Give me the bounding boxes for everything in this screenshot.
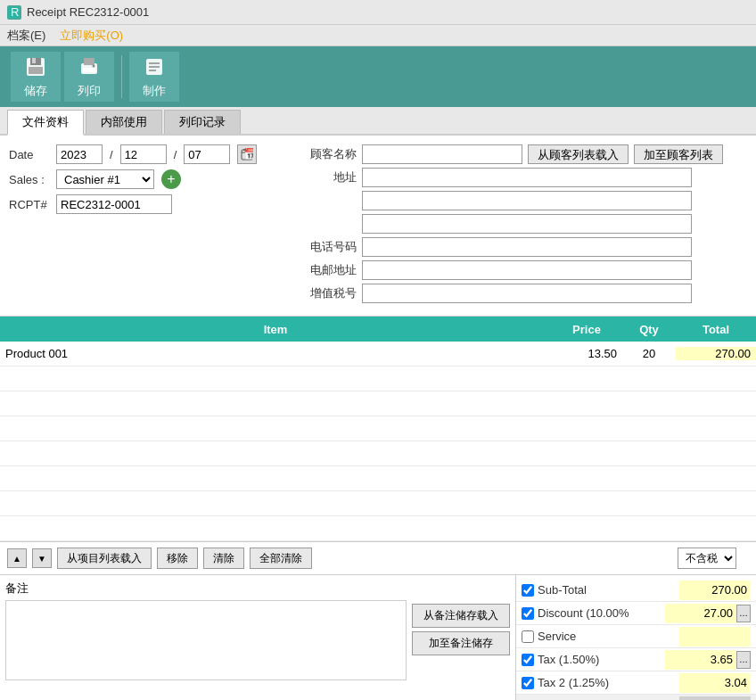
svg-text:R: R [11, 7, 19, 18]
grand-total-row: Grand Total 249.69 [516, 695, 756, 700]
sales-select[interactable]: Cashier #1 Cashier #2 [56, 169, 154, 189]
tax2-checkbox[interactable] [522, 677, 534, 689]
tax1-edit-button[interactable]: … [736, 651, 751, 669]
address-row-3 [303, 214, 747, 234]
table-row[interactable]: Product 001 13.50 20 270.00 [0, 342, 756, 366]
header-qty: Qty [622, 323, 676, 336]
notes-label: 备注 [5, 581, 510, 597]
customer-name-input[interactable] [362, 144, 522, 164]
subtotal-checkbox[interactable] [522, 584, 534, 597]
rcpt-input[interactable] [56, 194, 172, 214]
load-from-item-list-button[interactable]: 从项目列表载入 [57, 548, 152, 569]
notes-area: 备注 从备注储存载入 加至备注储存 [0, 575, 515, 700]
date-year-input[interactable] [56, 144, 103, 164]
sales-row: Sales : Cashier #1 Cashier #2 + [9, 169, 294, 189]
discount-label: Discount (10.00% [522, 606, 665, 620]
add-to-list-button[interactable]: 加至顾客列表 [634, 144, 723, 164]
svg-rect-8 [83, 68, 95, 72]
address-row-1: 地址 [303, 168, 747, 187]
tax2-row: Tax 2 (1.25%) 3.04 [516, 671, 756, 695]
toolbar: 储存 列印 制作 [0, 46, 756, 107]
header-total: Total [676, 323, 756, 336]
save-to-memo-button[interactable]: 加至备注储存 [412, 631, 510, 655]
table-row[interactable] [0, 441, 756, 466]
service-value [679, 627, 751, 646]
table-section: Item Price Qty Total Product 001 13.50 2… [0, 317, 756, 541]
tax2-value: 3.04 [679, 673, 751, 693]
grand-total-value: 249.69 [679, 696, 751, 701]
load-from-memo-button[interactable]: 从备注储存载入 [412, 604, 510, 628]
discount-checkbox[interactable] [522, 607, 534, 620]
clear-all-button[interactable]: 全部清除 [250, 548, 312, 569]
tax-id-input[interactable] [362, 284, 692, 303]
tax1-checkbox[interactable] [522, 654, 534, 666]
cell-qty: 20 [622, 347, 676, 360]
table-row[interactable] [0, 466, 756, 491]
table-row[interactable] [0, 516, 756, 541]
clear-button[interactable]: 清除 [203, 548, 244, 569]
cell-total: 270.00 [676, 347, 756, 360]
make-button[interactable]: 制作 [129, 52, 179, 102]
discount-edit-button[interactable]: … [736, 605, 751, 622]
address-input-3[interactable] [362, 214, 692, 234]
make-icon [142, 54, 167, 79]
date-month-input[interactable] [120, 144, 167, 164]
top-form-section: Date / / 📅 Sales : Cashier #1 Cashier #2… [0, 136, 756, 317]
phone-label: 电话号码 [303, 239, 357, 255]
add-sales-button[interactable]: + [161, 169, 181, 189]
notes-textarea[interactable] [5, 600, 407, 680]
nav-up-button[interactable]: ▲ [7, 548, 27, 568]
date-day-input[interactable] [184, 144, 230, 164]
left-form: Date / / 📅 Sales : Cashier #1 Cashier #2… [9, 144, 294, 307]
menu-bar: 档案(E) 立即购买(O) [0, 25, 756, 46]
table-row[interactable] [0, 391, 756, 416]
table-body: Product 001 13.50 20 270.00 [0, 342, 756, 541]
address-input-1[interactable] [362, 168, 692, 187]
svg-rect-4 [32, 58, 36, 63]
svg-text:📅: 📅 [243, 148, 253, 161]
email-label: 电邮地址 [303, 262, 357, 278]
tab-internal-use[interactable]: 内部使用 [86, 110, 162, 134]
service-label: Service [522, 630, 679, 643]
right-form-section: 顾客名称 从顾客列表载入 加至顾客列表 地址 电话号码 电邮地址 [294, 144, 747, 307]
email-input[interactable] [362, 260, 692, 280]
customer-name-row: 顾客名称 从顾客列表载入 加至顾客列表 [303, 144, 747, 164]
nav-down-button[interactable]: ▼ [32, 548, 52, 568]
tax2-label: Tax 2 (1.25%) [522, 676, 679, 689]
tab-print-log[interactable]: 列印记录 [164, 110, 241, 134]
table-row[interactable] [0, 416, 756, 441]
totals-panel: Sub-Total 270.00 Discount (10.00% 27.00 … [515, 575, 756, 700]
cell-item: Product 001 [0, 347, 551, 360]
subtotal-label: Sub-Total [522, 583, 679, 597]
save-icon [23, 54, 48, 79]
discount-row: Discount (10.00% 27.00 … [516, 602, 756, 625]
phone-input[interactable] [362, 237, 692, 257]
table-row[interactable] [0, 491, 756, 516]
load-from-list-button[interactable]: 从顾客列表载入 [528, 144, 629, 164]
subtotal-row: Sub-Total 270.00 [516, 579, 756, 602]
tax-type-select[interactable]: 不含税 含税 [678, 548, 736, 569]
notes-buttons: 从备注储存载入 加至备注储存 [412, 600, 510, 680]
buy-now-menu[interactable]: 立即购买(O) [60, 28, 123, 44]
customer-name-label: 顾客名称 [303, 146, 357, 162]
file-menu[interactable]: 档案(E) [7, 28, 45, 44]
tab-bar: 文件资料 内部使用 列印记录 [0, 107, 756, 136]
print-button[interactable]: 列印 [64, 52, 114, 102]
tab-file-data[interactable]: 文件资料 [7, 110, 84, 136]
service-checkbox[interactable] [522, 630, 534, 643]
table-row[interactable] [0, 366, 756, 391]
tax1-row: Tax (1.50%) 3.65 … [516, 648, 756, 671]
rcpt-label: RCPT# [9, 198, 49, 211]
phone-row: 电话号码 [303, 237, 747, 257]
svg-rect-5 [29, 67, 43, 74]
calendar-button[interactable]: 📅 [237, 144, 257, 164]
tax1-value: 3.65 [665, 650, 736, 670]
address-input-2[interactable] [362, 191, 692, 210]
app-icon: R [7, 5, 21, 20]
window-title: Receipt REC2312-0001 [27, 5, 149, 19]
save-button[interactable]: 储存 [11, 52, 61, 102]
remove-button[interactable]: 移除 [157, 548, 198, 569]
date-label: Date [9, 148, 49, 161]
rcpt-row: RCPT# [9, 194, 294, 214]
cell-price: 13.50 [551, 347, 622, 360]
